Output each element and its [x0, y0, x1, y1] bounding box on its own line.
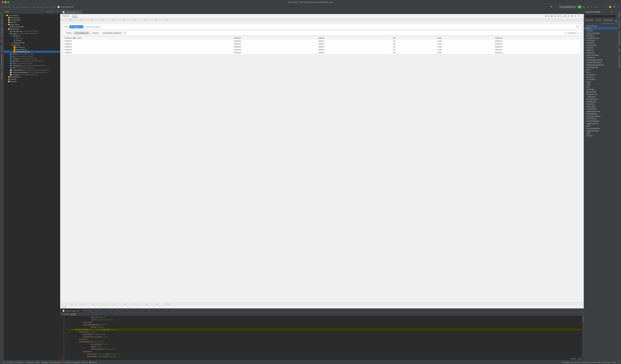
comp-date-field[interactable]: DateField: [584, 49, 617, 51]
tree-visit-treatment-status[interactable]: 📋 VisitTreatmentStatus (io.jmix.petclini…: [4, 71, 60, 73]
comp-date-picker[interactable]: DatePicker: [584, 51, 617, 54]
tree-referenced-by[interactable]: › ↙ Referenced by: [4, 42, 60, 44]
search-button[interactable]: 🔍 Search: [69, 25, 81, 28]
left-tab-project[interactable]: Project: [0, 10, 3, 17]
panel-add-btn[interactable]: ⊕: [47, 10, 49, 13]
breadcrumb-owner[interactable]: owner: [51, 6, 56, 8]
comp-caps-lock[interactable]: CapsLockIndicator: [584, 32, 617, 34]
zoom-sync-btn[interactable]: ↯: [577, 15, 579, 17]
comp-form-field[interactable]: FormField: [584, 76, 617, 78]
comp-combo-box[interactable]: ComboBox: [584, 42, 617, 44]
breadcrumb-window[interactable]: window: [570, 358, 576, 360]
comp-table[interactable]: Table: [584, 132, 617, 134]
right-tab-database[interactable]: Database: [618, 10, 621, 19]
status-dependencies[interactable]: Dependencies: [50, 361, 60, 363]
tree-veterinarian[interactable]: › 🔷 Veterinarian (io.jmix.petclinic.enti…: [4, 64, 60, 66]
zoom-icon-grid3[interactable]: ⊠: [551, 15, 553, 17]
code-scrollbar[interactable]: [582, 315, 584, 357]
tree-visit[interactable]: › 🔷 Visit (io.jmix.petclinic.entity.visi…: [4, 66, 60, 69]
tab-owner-browse-1[interactable]: 📄 owner-browse.xml ✕: [61, 10, 83, 14]
comp-pagination[interactable]: »Pagination: [584, 95, 617, 98]
status-settings-btn[interactable]: ⚙: [617, 361, 620, 364]
palette-search-input[interactable]: [585, 15, 616, 18]
panel-close-btn[interactable]: ✕: [56, 10, 59, 13]
tree-pettype[interactable]: › 🔷 PetType (io.jmix.petclinic.entity.pe…: [4, 57, 60, 60]
tree-security[interactable]: › 🔒 Security: [4, 78, 60, 80]
git-push-btn[interactable]: ⟳: [605, 6, 607, 8]
status-endpoints[interactable]: Endpoints: [73, 361, 80, 363]
remove-button[interactable]: Remove: [91, 32, 100, 34]
palette-tab-containers[interactable]: Containers: [584, 19, 594, 24]
comp-calendar[interactable]: Calendar: [584, 30, 617, 32]
zoom-check-btn[interactable]: ✓: [580, 15, 583, 17]
tree-pet-entity[interactable]: › 🔷 Pet (io.jmix.petclinic.entity.pet): [4, 55, 60, 57]
tree-data-stores[interactable]: ▾ 📁 Data Stores: [4, 23, 60, 26]
tree-addons[interactable]: › 📁 Add-ons: [4, 21, 60, 23]
right-tab-persistence[interactable]: Persistence: [618, 19, 621, 30]
comp-image[interactable]: Image: [584, 81, 617, 83]
breadcrumb-layout[interactable]: layout: [578, 358, 583, 360]
comp-popup-button[interactable]: PopupButton: [584, 100, 617, 103]
tree-owner-browse[interactable]: 🟧 owner-browse.xml: [4, 50, 60, 53]
maximize-button[interactable]: [7, 1, 9, 3]
comp-radio-button-group[interactable]: RadioButtonGroup: [584, 110, 617, 113]
comp-link-button[interactable]: LinkButton: [584, 88, 617, 91]
col-lastname[interactable]: lastName: [233, 37, 317, 40]
status-terminal[interactable]: ⬛ Terminal: [24, 361, 34, 363]
breadcrumb-screen[interactable]: screen: [45, 6, 50, 8]
comp-slider[interactable]: Slider: [584, 125, 617, 127]
zoom-icon-grid2[interactable]: ⊟: [548, 15, 550, 17]
comp-multi-select-list[interactable]: MultiSelectList: [584, 93, 617, 95]
status-services[interactable]: Services: [82, 361, 88, 363]
breadcrumb-io[interactable]: io: [30, 6, 31, 8]
comp-color-picker[interactable]: ColorPicker: [584, 39, 617, 42]
tree-person-entity[interactable]: › 🔷 Person (io.jmix.petclinic.entity): [4, 53, 60, 55]
code-subtab-owner[interactable]: Owner: [70, 313, 76, 315]
palette-tab-components[interactable]: Components: [602, 19, 614, 24]
col-email[interactable]: email: [436, 37, 494, 40]
comp-rich-text-area[interactable]: RichTextArea: [584, 117, 617, 120]
close-button[interactable]: [2, 1, 4, 3]
tree-user[interactable]: › 🔷 User (io.jmix.petclinic.entity): [4, 62, 60, 64]
view-button[interactable]: ownersTable.view: [73, 32, 90, 34]
breadcrumb-jmix[interactable]: jmix: [33, 6, 36, 8]
comp-group-table[interactable]: GroupTable: [584, 78, 617, 81]
col-firstname[interactable]: firstName auto × auto: [63, 37, 233, 40]
comp-file-multi-upload[interactable]: FileMultiUploadField: [584, 61, 617, 64]
comp-resizable-text-area[interactable]: ResizableTextArea: [584, 115, 617, 117]
comp-entity-suggestion-field[interactable]: EntitySuggestionField: [584, 59, 617, 61]
tree-pet-edit[interactable]: 🟧 pet-edit.xml: [4, 46, 60, 48]
comp-browser-frame[interactable]: BrowserFrame: [584, 25, 617, 27]
create-button[interactable]: Create: [65, 32, 73, 34]
tree-owner-edit[interactable]: 🟧 owner-edit.xml: [4, 48, 60, 50]
table-row[interactable]: firstName lastName address city email te…: [63, 42, 581, 45]
toolbar-back-btn[interactable]: ←: [554, 6, 557, 8]
tree-sources[interactable]: › 📁 Sources: [4, 80, 60, 83]
table-row[interactable]: firstName lastName address city email te…: [63, 48, 581, 51]
page-prev-btn[interactable]: <: [567, 32, 567, 34]
status-sonarlint[interactable]: 🚫 SonarLint: [62, 361, 71, 363]
comp-masked-field[interactable]: MaskedField: [584, 91, 617, 93]
comp-tag-field[interactable]: TagField: [584, 134, 617, 137]
preview-tab-owner[interactable]: Owner: [72, 15, 78, 17]
status-event-log[interactable]: Event Log: [602, 361, 610, 363]
tree-calendar-mode[interactable]: 📋 CalendarMode (io.jmix.petclinic.screen…: [4, 69, 60, 71]
comp-form-column[interactable]: FormColumn: [584, 73, 617, 76]
search-dropdown-button[interactable]: ▾: [81, 25, 84, 28]
tree-main-data-store[interactable]: 🗄 Main Data Store: [4, 26, 60, 28]
breadcrumb-petclinic[interactable]: jmix-petclinic: [1, 6, 11, 8]
git-history-btn[interactable]: ⏪: [608, 6, 612, 8]
zoom-reset-btn[interactable]: ↺: [568, 15, 570, 17]
table-row[interactable]: firstName lastName address city email te…: [63, 51, 581, 54]
scroll-thumb[interactable]: [583, 316, 583, 322]
zoom-in-btn[interactable]: ⊕: [571, 15, 573, 17]
status-todo[interactable]: ☑ TODO: [6, 361, 13, 363]
breadcrumb-petclinic2[interactable]: petclinic: [37, 6, 43, 8]
tree-build-scripts[interactable]: › 📁 Build Scripts: [4, 17, 60, 19]
git-check-btn[interactable]: ✓: [599, 6, 601, 8]
profile-button[interactable]: ⏱: [590, 6, 593, 8]
tree-specialty[interactable]: › 🔷 Specialty (io.jmix.petclinic.entity.…: [4, 60, 60, 62]
left-tab-jmix[interactable]: Jmix: [0, 38, 3, 44]
tree-screens[interactable]: ▾ 🖥 Screens: [4, 44, 60, 46]
left-tab-inspector[interactable]: Component Inspector: [0, 53, 3, 70]
